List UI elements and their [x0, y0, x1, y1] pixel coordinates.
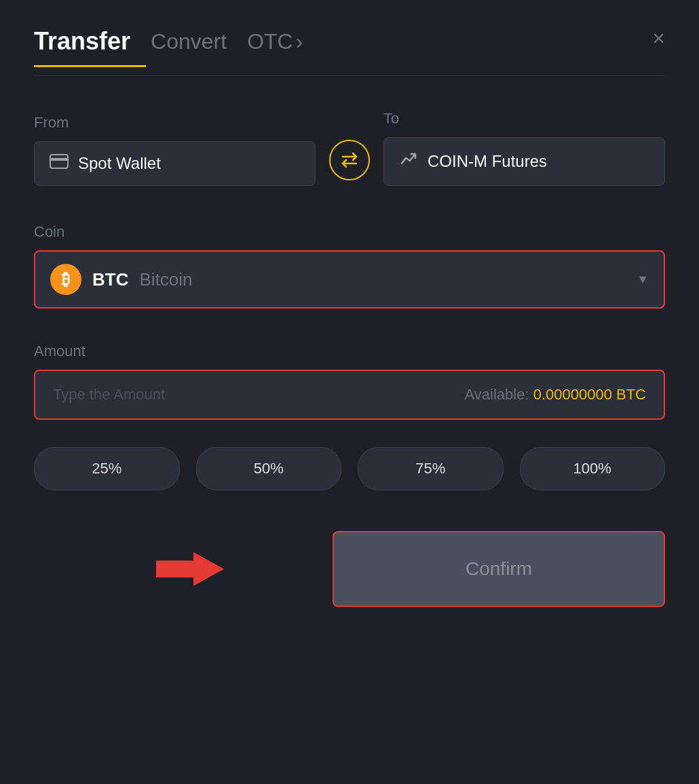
chevron-down-icon: ▼	[637, 273, 649, 287]
amount-placeholder[interactable]: Type the Amount	[53, 386, 165, 404]
futures-icon	[399, 150, 418, 173]
from-column: From Spot Wallet	[34, 114, 316, 186]
bottom-section: Confirm	[34, 531, 665, 607]
from-label: From	[34, 114, 316, 132]
from-wallet-name: Spot Wallet	[78, 154, 161, 173]
available-text: Available: 0.00000000 BTC	[465, 386, 646, 404]
coin-full-name: Bitcoin	[139, 269, 192, 290]
confirm-button[interactable]: Confirm	[333, 531, 665, 607]
to-wallet-selector[interactable]: COIN-M Futures	[383, 137, 665, 186]
coin-label: Coin	[34, 223, 665, 241]
svg-rect-0	[50, 155, 68, 168]
pct-50-button[interactable]: 50%	[196, 447, 342, 490]
pct-75-button[interactable]: 75%	[358, 447, 504, 490]
coin-symbol: BTC	[92, 269, 128, 290]
to-wallet-name: COIN-M Futures	[428, 152, 547, 171]
available-amount: 0.00000000 BTC	[533, 386, 646, 403]
transfer-modal: Transfer Convert OTC › × From Spot Walle…	[0, 0, 699, 784]
pct-25-button[interactable]: 25%	[34, 447, 180, 490]
wallet-icon	[50, 154, 69, 173]
pointer-arrow-icon	[156, 552, 224, 586]
swap-btn-container	[329, 140, 370, 186]
percentage-buttons: 25% 50% 75% 100%	[34, 447, 665, 490]
amount-label: Amount	[34, 342, 665, 360]
header: Transfer Convert OTC › ×	[34, 27, 665, 56]
coin-selector[interactable]: ₿ BTC Bitcoin ▼	[34, 250, 665, 309]
amount-input-container[interactable]: Type the Amount Available: 0.00000000 BT…	[34, 370, 665, 420]
swap-button[interactable]	[329, 140, 370, 180]
tab-otc[interactable]: OTC ›	[247, 29, 303, 54]
to-label: To	[383, 110, 665, 128]
coin-section: Coin ₿ BTC Bitcoin ▼	[34, 223, 665, 309]
tab-transfer[interactable]: Transfer	[34, 27, 130, 56]
from-to-section: From Spot Wallet To	[34, 110, 665, 186]
to-column: To COIN-M Futures	[383, 110, 665, 186]
btc-icon: ₿	[50, 264, 81, 295]
header-divider	[34, 75, 665, 76]
arrow-container	[156, 552, 224, 586]
tab-convert[interactable]: Convert	[151, 29, 227, 54]
close-button[interactable]: ×	[652, 27, 665, 49]
from-wallet-selector[interactable]: Spot Wallet	[34, 141, 316, 186]
pct-100-button[interactable]: 100%	[520, 447, 666, 490]
svg-rect-1	[50, 158, 68, 161]
amount-section: Amount Type the Amount Available: 0.0000…	[34, 342, 665, 420]
